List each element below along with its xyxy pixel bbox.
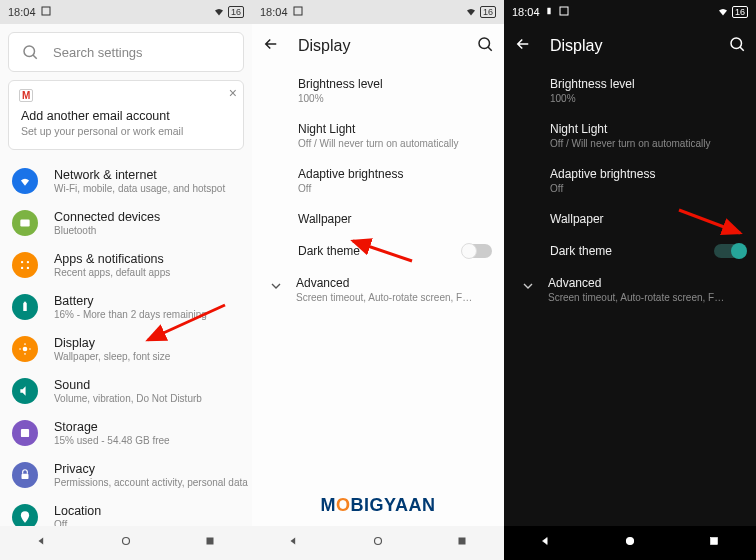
search-settings-input[interactable]: Search settings [8,32,244,72]
svg-rect-0 [42,7,50,15]
nav-recent-icon[interactable] [707,534,721,552]
dark-theme-toggle[interactable] [462,244,492,258]
wallpaper[interactable]: Wallpaper [298,203,494,235]
svg-line-29 [740,47,744,51]
search-icon [21,43,39,61]
svg-point-7 [27,267,29,269]
nav-home-icon[interactable] [119,534,133,552]
watermark-brand: MOBIGYAAN [252,495,504,516]
dark-theme-row[interactable]: Dark theme [550,235,746,267]
apps-icon [12,252,38,278]
svg-point-5 [21,267,23,269]
adaptive-brightness[interactable]: Adaptive brightnessOff [298,158,494,203]
screenshot-icon [292,5,304,19]
svg-rect-3 [20,220,29,227]
battery-small-icon [544,6,554,18]
status-bar: 18:04 16 [0,0,252,24]
storage-icon [12,420,38,446]
display-header: Display [252,24,504,68]
nav-bar [0,526,252,560]
svg-rect-31 [711,538,718,545]
chevron-down-icon [268,276,284,298]
screenshot-icon [40,5,52,19]
nav-back-icon[interactable] [35,534,49,552]
svg-rect-26 [547,8,550,15]
svg-point-4 [21,261,23,263]
back-arrow-icon[interactable] [514,35,532,57]
setting-sound[interactable]: SoundVolume, vibration, Do Not Disturb [0,370,252,412]
gmail-icon: M [19,89,33,102]
status-bar: 18:04 16 [252,0,504,24]
setting-display[interactable]: DisplayWallpaper, sleep, font size [0,328,252,370]
wallpaper[interactable]: Wallpaper [550,203,746,235]
dark-theme-toggle[interactable] [714,244,744,258]
search-icon[interactable] [476,35,494,57]
svg-rect-8 [23,303,27,311]
dark-theme-row[interactable]: Dark theme [298,235,494,267]
svg-point-28 [731,38,742,49]
night-light[interactable]: Night LightOff / Will never turn on auto… [298,113,494,158]
svg-line-2 [33,55,37,59]
display-title: Display [550,37,710,55]
setting-storage[interactable]: Storage15% used - 54.48 GB free [0,412,252,454]
svg-rect-15 [21,429,29,437]
add-email-title: Add another email account [21,109,231,123]
setting-network[interactable]: Network & internetWi-Fi, mobile, data us… [0,160,252,202]
night-light[interactable]: Night LightOff / Will never turn on auto… [550,113,746,158]
battery-circle-icon [12,294,38,320]
wifi-icon [465,5,477,19]
svg-point-30 [627,538,634,545]
status-time: 18:04 [260,6,288,18]
advanced-row[interactable]: AdvancedScreen timeout, Auto-rotate scre… [504,267,756,312]
screenshot-icon [558,5,570,19]
add-email-card[interactable]: M × Add another email account Set up you… [8,80,244,150]
settings-list: Network & internetWi-Fi, mobile, data us… [0,160,252,538]
nav-recent-icon[interactable] [203,534,217,552]
svg-rect-24 [459,538,466,545]
nav-back-icon[interactable] [287,534,301,552]
display-settings-dark: 18:04 16 Display Brightness level100% Ni… [504,0,756,560]
sound-icon [12,378,38,404]
status-bar: 18:04 16 [504,0,756,24]
close-icon[interactable]: × [229,85,237,101]
setting-battery[interactable]: Battery16% - More than 2 days remaining [0,286,252,328]
svg-rect-27 [560,7,568,15]
wifi-icon [213,5,225,19]
svg-rect-18 [207,538,214,545]
nav-back-icon[interactable] [539,534,553,552]
back-arrow-icon[interactable] [262,35,280,57]
svg-rect-20 [294,7,302,15]
svg-point-6 [27,261,29,263]
advanced-row[interactable]: AdvancedScreen timeout, Auto-rotate scre… [252,267,504,312]
display-header: Display [504,24,756,68]
setting-connected-devices[interactable]: Connected devicesBluetooth [0,202,252,244]
svg-point-17 [123,538,130,545]
nav-home-icon[interactable] [623,534,637,552]
battery-icon: 16 [480,6,496,18]
svg-point-1 [24,46,35,57]
nav-recent-icon[interactable] [455,534,469,552]
display-icon [12,336,38,362]
display-settings-light: 18:04 16 Display Brightness level100% Ni… [252,0,504,560]
svg-rect-9 [24,302,26,303]
setting-apps[interactable]: Apps & notificationsRecent apps, default… [0,244,252,286]
svg-point-10 [23,347,28,352]
nav-bar [504,526,756,560]
setting-privacy[interactable]: PrivacyPermissions, account activity, pe… [0,454,252,496]
search-icon[interactable] [728,35,746,57]
battery-icon: 16 [228,6,244,18]
svg-point-21 [479,38,490,49]
nav-bar [252,526,504,560]
devices-icon [12,210,38,236]
nav-home-icon[interactable] [371,534,385,552]
svg-point-23 [375,538,382,545]
brightness-level[interactable]: Brightness level100% [550,68,746,113]
svg-rect-16 [22,474,29,479]
adaptive-brightness[interactable]: Adaptive brightnessOff [550,158,746,203]
chevron-down-icon [520,276,536,298]
add-email-subtitle: Set up your personal or work email [21,125,231,137]
brightness-level[interactable]: Brightness level100% [298,68,494,113]
privacy-icon [12,462,38,488]
search-placeholder: Search settings [53,45,143,60]
wifi-circle-icon [12,168,38,194]
